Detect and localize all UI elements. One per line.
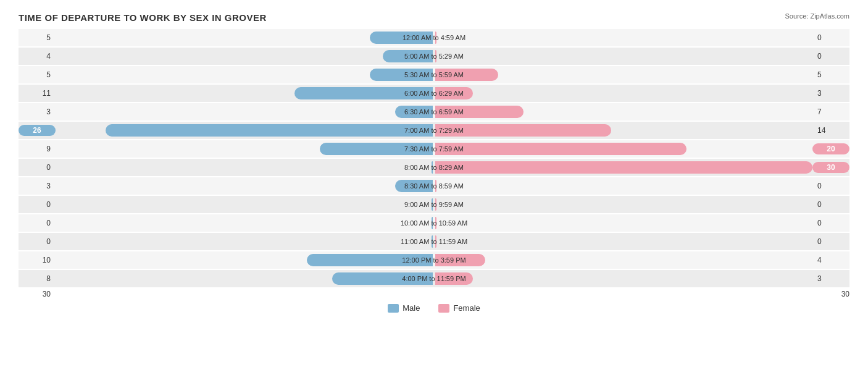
chart-row: 55:30 AM to 5:59 AM5 xyxy=(19,66,849,83)
legend-male-label: Male xyxy=(403,303,420,313)
female-bar xyxy=(435,161,812,174)
female-bar-wrap xyxy=(434,254,812,266)
right-value: 4 xyxy=(812,256,849,264)
legend: Male Female xyxy=(19,303,849,313)
male-bar-wrap xyxy=(56,124,434,137)
chart-row: 84:00 PM to 11:59 PM3 xyxy=(19,270,849,287)
row-time-label: 8:00 AM to 8:29 AM xyxy=(404,164,464,171)
row-time-label: 5:00 AM to 5:29 AM xyxy=(404,53,464,60)
left-value: 4 xyxy=(19,52,56,61)
male-bar-wrap xyxy=(56,217,434,229)
female-bar-wrap xyxy=(434,235,812,248)
chart-row: 116:00 AM to 6:29 AM3 xyxy=(19,85,849,102)
female-bar-wrap xyxy=(434,143,812,155)
axis-right-label: 30 xyxy=(841,290,849,298)
source-text: Source: ZipAtlas.com xyxy=(785,12,849,20)
row-time-label: 12:00 AM to 4:59 AM xyxy=(403,34,465,41)
right-value: 7 xyxy=(812,108,849,116)
bars-center: 8:30 AM to 8:59 AM xyxy=(56,180,812,192)
right-value: 0 xyxy=(812,237,849,246)
right-value: 3 xyxy=(812,274,849,283)
left-value: 3 xyxy=(19,108,56,116)
right-value: 5 xyxy=(812,70,849,79)
left-value: 9 xyxy=(19,145,56,153)
bars-center: 4:00 PM to 11:59 PM xyxy=(56,272,812,285)
female-bar-wrap xyxy=(434,50,812,62)
right-value: 0 xyxy=(812,182,849,190)
male-bar-wrap xyxy=(56,254,434,266)
chart-row: 97:30 AM to 7:59 AM20 xyxy=(19,140,849,158)
male-bar xyxy=(106,124,433,137)
male-bar-wrap xyxy=(56,161,434,174)
female-bar-wrap xyxy=(434,69,812,81)
male-bar-wrap xyxy=(56,272,434,285)
bars-center: 5:00 AM to 5:29 AM xyxy=(56,50,812,62)
female-bar-wrap xyxy=(434,217,812,229)
male-bar-wrap xyxy=(56,198,434,211)
male-bar-wrap xyxy=(56,69,434,81)
row-time-label: 6:30 AM to 6:59 AM xyxy=(404,108,464,116)
axis-labels: 30 30 xyxy=(19,290,849,298)
chart-container: TIME OF DEPARTURE TO WORK BY SEX IN GROV… xyxy=(0,0,868,367)
row-time-label: 7:30 AM to 7:59 AM xyxy=(404,145,464,153)
legend-female-label: Female xyxy=(453,303,480,313)
bars-center: 6:30 AM to 6:59 AM xyxy=(56,106,812,118)
right-value: 0 xyxy=(812,33,849,42)
bars-center: 11:00 AM to 11:59 AM xyxy=(56,235,812,248)
row-time-label: 9:00 AM to 9:59 AM xyxy=(404,201,464,208)
right-value: 0 xyxy=(812,200,849,209)
left-value: 3 xyxy=(19,182,56,190)
female-bar-wrap xyxy=(434,180,812,192)
legend-male: Male xyxy=(388,303,420,313)
row-time-label: 5:30 AM to 5:59 AM xyxy=(404,71,464,78)
male-bar-wrap xyxy=(56,106,434,118)
chart-row: 512:00 AM to 4:59 AM0 xyxy=(19,29,849,46)
left-value: 0 xyxy=(19,237,56,246)
chart-area: 512:00 AM to 4:59 AM045:00 AM to 5:29 AM… xyxy=(19,29,849,287)
legend-female-box xyxy=(438,304,449,313)
chart-row: 010:00 AM to 10:59 AM0 xyxy=(19,214,849,232)
left-value: 5 xyxy=(19,33,56,42)
bars-center: 7:00 AM to 7:29 AM xyxy=(56,124,812,137)
bars-center: 7:30 AM to 7:59 AM xyxy=(56,143,812,155)
right-value: 20 xyxy=(812,143,849,154)
legend-female: Female xyxy=(438,303,480,313)
row-time-label: 6:00 AM to 6:29 AM xyxy=(404,90,464,97)
male-bar-wrap xyxy=(56,180,434,192)
right-value: 3 xyxy=(812,89,849,98)
chart-row: 011:00 AM to 11:59 AM0 xyxy=(19,233,849,250)
chart-row: 36:30 AM to 6:59 AM7 xyxy=(19,103,849,120)
row-time-label: 11:00 AM to 11:59 AM xyxy=(401,238,467,245)
row-time-label: 8:30 AM to 8:59 AM xyxy=(404,182,464,190)
female-bar-wrap xyxy=(434,106,812,118)
right-value: 30 xyxy=(812,162,849,173)
female-bar-wrap xyxy=(434,161,812,174)
bars-center: 6:00 AM to 6:29 AM xyxy=(56,87,812,99)
left-value: 11 xyxy=(19,89,56,98)
left-value: 0 xyxy=(19,219,56,227)
male-bar-wrap xyxy=(56,87,434,99)
row-time-label: 12:00 PM to 3:59 PM xyxy=(402,256,465,264)
bars-center: 5:30 AM to 5:59 AM xyxy=(56,69,812,81)
left-value: 5 xyxy=(19,70,56,79)
male-bar-wrap xyxy=(56,50,434,62)
bars-center: 8:00 AM to 8:29 AM xyxy=(56,161,812,174)
right-value: 14 xyxy=(812,126,849,135)
male-bar-wrap xyxy=(56,143,434,155)
chart-row: 1012:00 PM to 3:59 PM4 xyxy=(19,251,849,269)
chart-row: 45:00 AM to 5:29 AM0 xyxy=(19,48,849,65)
left-value: 26 xyxy=(19,125,56,136)
bars-center: 10:00 AM to 10:59 AM xyxy=(56,217,812,229)
axis-left-label: 30 xyxy=(19,290,56,298)
chart-row: 267:00 AM to 7:29 AM14 xyxy=(19,122,849,139)
left-value: 8 xyxy=(19,274,56,283)
bars-center: 9:00 AM to 9:59 AM xyxy=(56,198,812,211)
right-value: 0 xyxy=(812,52,849,61)
female-bar-wrap xyxy=(434,272,812,285)
right-value: 0 xyxy=(812,219,849,227)
left-value: 10 xyxy=(19,256,56,264)
female-bar-wrap xyxy=(434,198,812,211)
chart-title: TIME OF DEPARTURE TO WORK BY SEX IN GROV… xyxy=(19,12,849,23)
female-bar xyxy=(435,143,686,155)
male-bar-wrap xyxy=(56,32,434,44)
